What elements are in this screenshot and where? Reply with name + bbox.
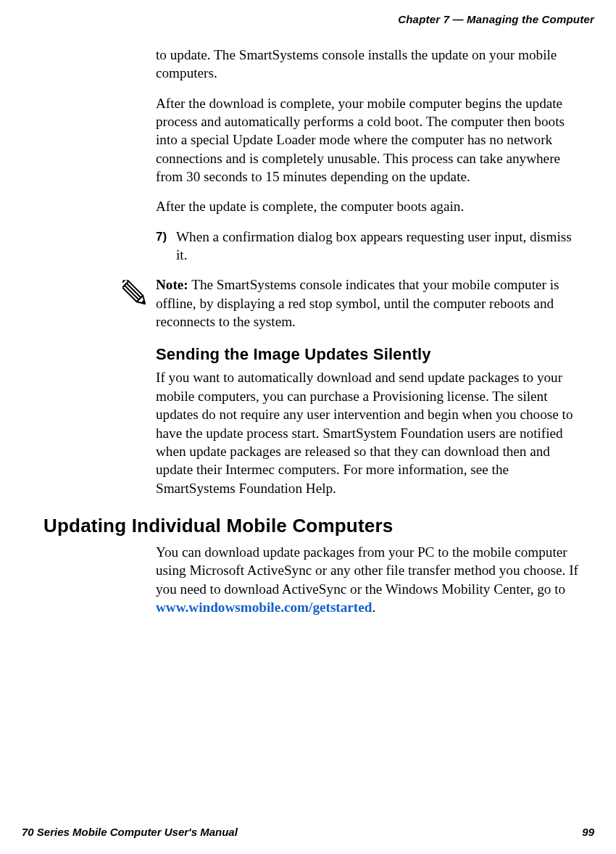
step-number: 7) — [156, 228, 176, 265]
pencil-icon — [122, 275, 156, 313]
note-label: Note: — [156, 277, 188, 292]
continuation-paragraph-2: After the download is complete, your mob… — [156, 94, 586, 186]
step-7: 7) When a confirmation dialog box appear… — [156, 228, 586, 265]
continuation-paragraph-3: After the update is complete, the comput… — [156, 197, 586, 215]
updating-body-text: You can download update packages from yo… — [156, 544, 578, 597]
body-column: to update. The SmartSystems console inst… — [156, 46, 586, 616]
page: Chapter 7 — Managing the Computer to upd… — [0, 0, 616, 854]
updating-body-after: . — [372, 600, 375, 615]
updating-body: You can download update packages from yo… — [156, 543, 586, 616]
chapter-header: Chapter 7 — Managing the Computer — [22, 13, 594, 25]
footer-manual-title: 70 Series Mobile Computer User's Manual — [22, 826, 238, 838]
heading-updating-individual: Updating Individual Mobile Computers — [43, 515, 586, 537]
svg-marker-4 — [142, 301, 146, 304]
getstarted-link[interactable]: www.windowsmobile.com/getstarted — [156, 600, 372, 615]
step-text: When a confirmation dialog box appears r… — [176, 228, 586, 265]
heading-silent-updates: Sending the Image Updates Silently — [156, 345, 586, 364]
page-footer: 70 Series Mobile Computer User's Manual … — [22, 826, 594, 838]
note-block: Note: The SmartSystems console indicates… — [122, 275, 586, 331]
continuation-paragraph-1: to update. The SmartSystems console inst… — [156, 46, 586, 83]
note-body: The SmartSystems console indicates that … — [156, 277, 559, 329]
note-text: Note: The SmartSystems console indicates… — [156, 275, 586, 331]
silent-updates-body: If you want to automatically download an… — [156, 368, 586, 497]
footer-page-number: 99 — [582, 826, 594, 838]
